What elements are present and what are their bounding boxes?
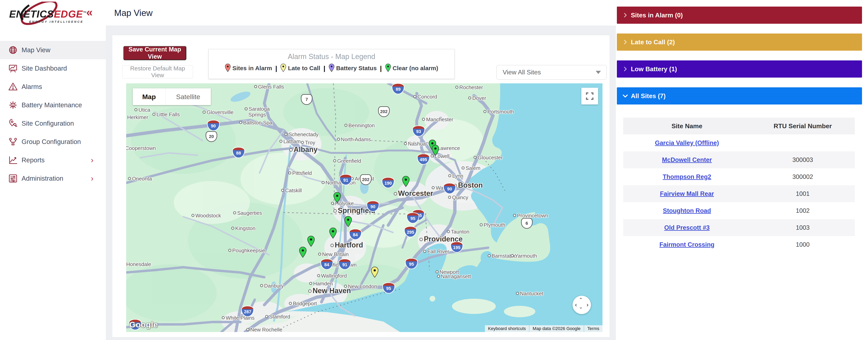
sidebar-collapse-icon[interactable]: « — [86, 6, 93, 18]
sidebar-item-administration[interactable]: Administration› — [0, 169, 106, 188]
restore-default-map-view-button[interactable]: Restore Default Map View — [122, 65, 193, 78]
map-city-label: Utica — [134, 107, 150, 113]
map-city-label: Boston — [454, 181, 483, 189]
site-marker-green[interactable] — [333, 192, 341, 204]
site-marker-green[interactable] — [344, 216, 352, 228]
sidebar-item-label: Battery Maintenance — [22, 101, 82, 109]
legend-separator: | — [380, 64, 382, 72]
map-city-label: Portsmouth — [483, 109, 514, 115]
city-dot-icon — [448, 196, 451, 199]
site-marker-green[interactable] — [329, 228, 337, 239]
keyboard-shortcuts-link[interactable]: Keyboard shortcuts — [485, 325, 529, 332]
sidebar-item-label: Reports — [22, 156, 45, 164]
chevron-down-icon — [621, 93, 629, 99]
map-city-label: Pittsfield — [288, 170, 312, 176]
google-map[interactable]: Glens FallsRochesterConcordDoverUticaLit… — [126, 83, 602, 332]
site-link[interactable]: Fairview Mall Rear — [660, 190, 714, 197]
map-city-label: Lynn — [448, 173, 463, 179]
city-dot-icon — [289, 148, 293, 151]
city-dot-icon — [246, 328, 249, 331]
site-marker-green[interactable] — [431, 145, 439, 157]
pan-down-icon: ˇ — [580, 307, 582, 313]
city-dot-icon — [288, 171, 291, 174]
site-link[interactable]: Old Prescott #3 — [664, 224, 710, 231]
reports-icon — [8, 155, 19, 166]
site-link[interactable]: Stoughton Road — [663, 207, 711, 214]
site-link[interactable]: Fairmont Crossing — [659, 241, 714, 248]
site-marker-green[interactable] — [307, 236, 315, 248]
map-city-label: Woodstock — [191, 213, 221, 218]
satellite-tab[interactable]: Satellite — [165, 88, 211, 105]
map-city-label: Latham — [279, 138, 301, 144]
map-city-label: Salem — [462, 165, 480, 171]
legend-title: Alarm Status - Map Legend — [209, 53, 454, 61]
rtu-serial-number: 1000 — [751, 236, 855, 253]
city-dot-icon — [394, 192, 397, 196]
site-marker-green[interactable] — [299, 247, 307, 259]
map-tab[interactable]: Map — [133, 88, 165, 105]
page-title: Map View — [114, 8, 153, 18]
site-filter-dropdown[interactable]: View All Sites — [496, 65, 607, 79]
site-link[interactable]: Garcia Valley (Offline) — [655, 139, 719, 146]
site-link[interactable]: McDowell Center — [662, 156, 712, 163]
globe-icon — [8, 45, 19, 56]
sidebar-item-alarms[interactable]: Alarms — [0, 77, 106, 96]
city-dot-icon — [422, 118, 425, 121]
sidebar-item-label: Site Configuration — [22, 120, 74, 127]
column-header: RTU Serial Number — [751, 118, 855, 134]
sidebar-item-label: Group Configuration — [22, 138, 81, 145]
sidebar-item-battery-maintenance[interactable]: Battery Maintenance — [0, 96, 106, 114]
map-city-label: Ballston Spa — [239, 120, 272, 126]
sidebar-item-site-dashboard[interactable]: Site Dashboard — [0, 59, 106, 77]
city-dot-icon — [455, 86, 458, 89]
section-low-battery-1-[interactable]: Low Battery (1) — [617, 60, 862, 77]
map-city-label: Yarmouth — [511, 253, 537, 259]
map-city-label: New Rochelle — [246, 327, 282, 332]
pan-right-icon: › — [587, 302, 589, 308]
map-city-label: Manchester — [422, 117, 453, 123]
pan-control[interactable]: ˆ ˇ ‹ › — [572, 296, 591, 314]
map-city-label: Nantucket — [516, 291, 543, 296]
google-logo[interactable]: Google — [129, 320, 158, 329]
section-all-sites-7-[interactable]: All Sites (7) — [617, 87, 862, 104]
city-dot-icon — [432, 186, 435, 189]
city-dot-icon — [289, 302, 292, 305]
save-current-map-view-button[interactable]: Save Current Map View — [123, 46, 186, 60]
sidebar-item-label: Map View — [22, 46, 50, 54]
table-row: Fairmont Crossing1000 — [623, 236, 855, 253]
section-late-to-call-2-[interactable]: Late to Call (2) — [617, 34, 862, 50]
sidebar-item-map-view[interactable]: Map View — [0, 41, 106, 59]
city-dot-icon — [239, 121, 242, 124]
section-sites-in-alarm-0-[interactable]: Sites in Alarm (0) — [617, 7, 862, 24]
sidebar-item-reports[interactable]: Reports› — [0, 151, 106, 169]
table-row: Garcia Valley (Offline) — [623, 134, 855, 151]
sidebar-item-site-configuration[interactable]: Site Configuration — [0, 114, 106, 133]
map-city-label: Saugerties — [233, 210, 262, 216]
site-link[interactable]: Thompson Reg2 — [663, 173, 711, 180]
map-city-label: Wallingford — [317, 273, 347, 279]
map-type-control: Map Satellite — [133, 88, 211, 105]
admin-icon — [8, 173, 19, 184]
city-dot-icon — [317, 274, 320, 277]
map-city-label: Nashua — [404, 141, 426, 147]
section-label: Low Battery (1) — [631, 65, 677, 73]
fullscreen-button[interactable] — [581, 88, 598, 104]
site-marker-green[interactable] — [402, 176, 410, 188]
map-city-label: Dover — [468, 95, 486, 101]
main-content: Map View Save Current Map View Restore D… — [106, 0, 616, 340]
city-dot-icon — [447, 230, 450, 233]
column-header: Site Name — [623, 118, 751, 134]
map-city-label: Herkimer — [126, 114, 148, 120]
city-dot-icon — [468, 96, 471, 99]
site-marker-yellow[interactable] — [371, 267, 379, 279]
map-view-card: Save Current Map View Restore Default Ma… — [113, 35, 610, 337]
city-dot-icon — [228, 249, 231, 252]
pan-left-icon: ‹ — [575, 302, 577, 308]
city-dot-icon — [279, 140, 282, 143]
city-dot-icon — [337, 138, 340, 141]
sidebar-item-group-configuration[interactable]: Group Configuration — [0, 133, 106, 151]
top-header: Map View — [106, 0, 616, 26]
city-dot-icon — [321, 181, 324, 184]
terms-link[interactable]: Terms — [584, 325, 602, 332]
map-city-label: Saratoga Springs — [245, 106, 270, 118]
